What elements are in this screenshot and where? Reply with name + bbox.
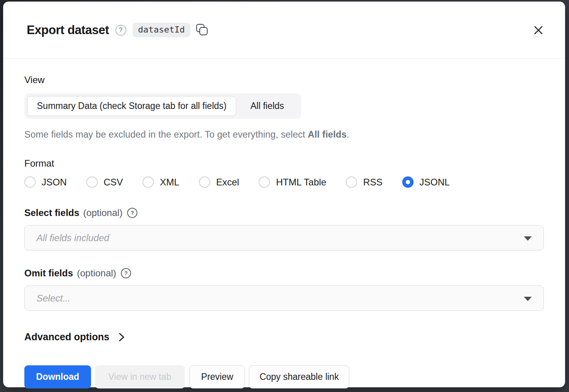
select-fields-head: Select fields (optional) xyxy=(24,207,544,218)
close-icon[interactable] xyxy=(531,22,546,38)
dataset-id-badge: datasetId xyxy=(133,23,190,37)
copy-shareable-link-button[interactable]: Copy shareable link xyxy=(249,365,349,388)
select-fields-placeholder: All fields included xyxy=(36,232,109,243)
view-label: View xyxy=(24,74,544,85)
download-button[interactable]: Download xyxy=(24,365,91,388)
omit-fields-label: Omit fields xyxy=(24,268,73,279)
omit-fields-optional: (optional) xyxy=(77,268,116,279)
modal-body: View Summary Data (check Storage tab for… xyxy=(3,59,565,388)
help-icon[interactable] xyxy=(121,268,131,278)
omit-fields-dropdown[interactable]: Select... xyxy=(24,285,544,311)
radio-icon xyxy=(199,176,210,188)
omit-fields-head: Omit fields (optional) xyxy=(24,268,544,279)
radio-icon xyxy=(86,176,98,188)
view-option-summary-data[interactable]: Summary Data (check Storage tab for all … xyxy=(27,96,236,116)
format-radio-jsonl[interactable]: JSONL xyxy=(402,176,450,188)
select-fields-optional: (optional) xyxy=(83,207,122,218)
radio-icon xyxy=(346,176,357,188)
copy-icon[interactable] xyxy=(195,23,209,37)
format-radio-json[interactable]: JSON xyxy=(24,176,67,188)
action-buttons: Download View in new tab Preview Copy sh… xyxy=(24,365,544,388)
format-radio-csv[interactable]: CSV xyxy=(86,176,123,188)
format-radio-group: JSON CSV XML Excel HTML Table RSS xyxy=(24,176,544,188)
radio-icon xyxy=(259,176,270,188)
view-segmented-control: Summary Data (check Storage tab for all … xyxy=(24,93,301,119)
view-option-all-fields[interactable]: All fields xyxy=(236,96,298,116)
help-icon[interactable] xyxy=(115,25,126,36)
view-in-new-tab-button[interactable]: View in new tab xyxy=(95,365,185,388)
format-label: Format xyxy=(24,158,544,169)
chevron-down-icon xyxy=(524,236,532,241)
export-dataset-modal: Export dataset datasetId View Summary Da… xyxy=(3,2,565,387)
help-icon[interactable] xyxy=(127,208,137,218)
omit-fields-placeholder: Select... xyxy=(36,293,71,304)
format-radio-xml[interactable]: XML xyxy=(142,176,179,188)
radio-icon xyxy=(142,176,154,188)
preview-button[interactable]: Preview xyxy=(190,365,245,388)
chevron-down-icon xyxy=(524,297,532,301)
format-radio-html-table[interactable]: HTML Table xyxy=(259,176,326,188)
advanced-options-toggle[interactable]: Advanced options xyxy=(24,331,126,343)
select-fields-dropdown[interactable]: All fields included xyxy=(24,225,544,250)
format-radio-excel[interactable]: Excel xyxy=(199,176,239,188)
radio-selected-icon xyxy=(402,176,414,188)
select-fields-label: Select fields xyxy=(24,207,79,218)
modal-title: Export dataset xyxy=(27,23,109,37)
modal-header: Export dataset datasetId xyxy=(3,2,565,59)
format-radio-rss[interactable]: RSS xyxy=(346,176,382,188)
radio-icon xyxy=(24,176,36,188)
chevron-right-icon xyxy=(117,332,126,342)
export-helper-text: Some fields may be excluded in the expor… xyxy=(24,129,544,140)
